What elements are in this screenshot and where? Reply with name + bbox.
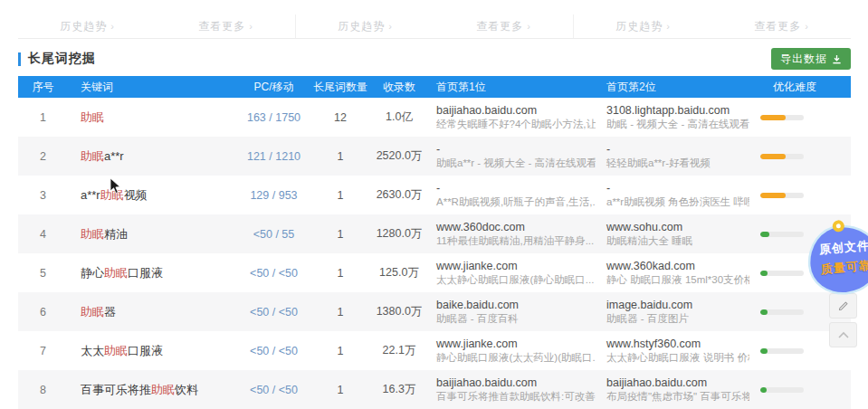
cell-pc-mobile[interactable]: 163 / 1750 [240,111,308,124]
cell-indexed-count: 1280.0万 [373,226,425,242]
keyword-highlight: 助眠 [151,383,175,396]
table-row[interactable]: 6 助眠器 <50 / <50 1 1380.0万 baike.baidu.co… [18,292,851,331]
section-header: 长尾词挖掘 导出数据 [18,47,851,71]
cell-indexed-count: 1.0亿 [373,109,425,125]
cell-top2: www.360kad.com 静心 助眠口服液 15ml*30支价格... [596,259,749,287]
top1-domain[interactable]: baijiahao.baidu.com [436,103,596,118]
cell-keyword[interactable]: 百事可乐将推助眠饮料 [68,382,240,398]
table-row[interactable]: 3 a**r助眠视频 129 / 953 1 2630.0万 - A**R助眠视… [18,176,851,214]
top1-snippet: 助眠器 - 百度百科 [436,312,596,326]
history-trend-link[interactable]: 历史趋势› [60,19,115,34]
cell-keyword[interactable]: 助眠器 [68,304,240,320]
top2-snippet: a**r助眠视频 角色扮演医生 哔哩... [606,195,749,209]
table-row[interactable]: 8 百事可乐将推助眠饮料 <50 / <50 1 16.3万 baijiahao… [18,370,851,409]
view-more-link[interactable]: 查看更多› [476,19,531,34]
chevron-right-icon: › [388,21,393,32]
table-row[interactable]: 7 太太助眠口服液 <50 / <50 1 22.1万 www.jianke.c… [18,331,851,370]
cell-keyword[interactable]: 静心助眠口服液 [68,265,240,281]
table-row[interactable]: 4 助眠精油 <50 / 55 1 1280.0万 www.360doc.com… [18,214,851,253]
cell-top2: image.baidu.com 助眠器 - 百度图片 [596,298,749,326]
cell-indexed-count: 22.1万 [373,343,425,358]
top2-domain[interactable]: www.sohu.com [606,220,749,234]
cell-longtail-count: 1 [308,228,373,241]
cell-top1: baijiahao.baidu.com 百事可乐将推首款助眠饮料:可改善... [425,376,596,404]
cell-pc-mobile[interactable]: <50 / <50 [240,267,308,280]
table-row[interactable]: 2 助眠a**r 121 / 1210 1 2520.0万 - 助眠a**r -… [18,137,851,176]
cell-pc-mobile[interactable]: <50 / <50 [240,345,308,357]
cell-difficulty [749,193,851,198]
longtail-keyword-table: 序号 关键词 PC/移动 长尾词数量 收录数 首页第1位 首页第2位 优化难度 … [18,76,851,409]
difficulty-bar-fill [760,271,768,276]
top2-domain[interactable]: image.baidu.com [606,298,749,312]
cell-pc-mobile[interactable]: <50 / <50 [240,384,308,396]
col-header-top1: 首页第1位 [425,80,596,95]
top1-domain[interactable]: www.360doc.com [436,220,596,234]
top1-domain[interactable]: baijiahao.baidu.com [436,376,596,390]
top1-snippet: 11种最佳助眠精油,用精油平静身... [436,234,596,248]
difficulty-bar-fill [760,387,767,393]
cell-difficulty [749,115,851,120]
difficulty-bar [760,348,804,354]
table-row[interactable]: 1 助眠 163 / 1750 12 1.0亿 baijiahao.baidu.… [18,98,851,137]
difficulty-bar [760,387,804,393]
top2-domain[interactable]: www.hstyf360.com [606,337,749,351]
top1-snippet: 静心助眠口服液(太太药业)(助眠口... [436,351,596,365]
difficulty-bar-fill [760,309,768,315]
cell-index: 2 [18,150,68,163]
difficulty-bar-fill [760,154,786,159]
view-more-link[interactable]: 查看更多› [754,19,809,34]
cell-pc-mobile[interactable]: 129 / 953 [240,189,308,202]
cell-keyword[interactable]: a**r助眠视频 [68,187,240,204]
top2-snippet: 助眠 - 视频大全 - 高清在线观看 [606,118,749,131]
difficulty-bar [760,309,804,315]
cell-indexed-count: 1380.0万 [373,304,425,319]
top1-domain[interactable]: - [436,142,596,157]
cell-index: 6 [18,306,68,319]
top1-domain[interactable]: www.jianke.com [436,259,596,273]
cell-longtail-count: 1 [308,306,373,319]
keyword-highlight: 助眠 [81,227,104,241]
cell-keyword[interactable]: 助眠精油 [68,226,240,243]
top1-snippet: 百事可乐将推首款助眠饮料:可改善... [436,390,596,404]
top2-domain[interactable]: - [606,142,749,157]
keyword-highlight: 助眠 [81,110,104,124]
page: 历史趋势› 查看更多› 历史趋势› 查看更多› 历史趋势› 查看更多› 长尾词挖… [0,0,868,409]
history-trend-link[interactable]: 历史趋势› [615,19,671,34]
top1-domain[interactable]: www.jianke.com [436,337,596,351]
table-row[interactable]: 5 静心助眠口服液 <50 / <50 1 125.0万 www.jianke.… [18,253,851,292]
cell-index: 7 [18,345,68,357]
history-trend-link[interactable]: 历史趋势› [338,19,393,34]
top2-domain[interactable]: www.360kad.com [606,259,749,273]
top1-domain[interactable]: - [436,181,596,195]
top1-domain[interactable]: baike.baidu.com [436,298,596,312]
cell-pc-mobile[interactable]: 121 / 1210 [240,150,308,163]
difficulty-bar-fill [760,232,769,237]
cell-top2: www.sohu.com 助眠精油大全 睡眠 [596,220,749,248]
cell-pc-mobile[interactable]: <50 / <50 [240,306,308,319]
cell-longtail-count: 1 [308,345,373,357]
top2-domain[interactable]: baijiahao.baidu.com [606,376,749,390]
nav-group-2: 历史趋势› 查看更多› [295,14,573,38]
view-more-link[interactable]: 查看更多› [198,19,253,34]
original-file-sticker: 原创文件 质量可靠 [803,217,868,301]
col-header-difficulty: 优化难度 [749,80,851,95]
cell-index: 8 [18,384,68,396]
export-data-button[interactable]: 导出数据 [771,48,851,70]
top2-domain[interactable]: - [606,181,749,195]
col-header-pc-mobile: PC/移动 [240,80,308,95]
cell-keyword[interactable]: 太太助眠口服液 [68,343,240,359]
col-header-indexed: 收录数 [373,80,425,95]
scroll-top-fab-button[interactable] [829,322,857,347]
cell-top1: - 助眠a**r - 视频大全 - 高清在线观看 [425,142,596,170]
cell-keyword[interactable]: 助眠 [68,109,240,126]
chevron-right-icon: › [249,21,253,32]
top2-domain[interactable]: 3108.lightapp.baidu.com [606,103,749,118]
cell-pc-mobile[interactable]: <50 / 55 [240,228,308,241]
cell-keyword[interactable]: 助眠a**r [68,148,240,165]
top1-snippet: A**R助眠视频,听瓶子的声音,生活,... [436,195,596,209]
chevron-right-icon: › [527,21,531,32]
keyword-highlight: 助眠 [100,188,124,202]
cell-longtail-count: 1 [308,267,373,280]
nav-group-1: 历史趋势› 查看更多› [18,14,295,38]
cell-longtail-count: 1 [308,150,373,163]
